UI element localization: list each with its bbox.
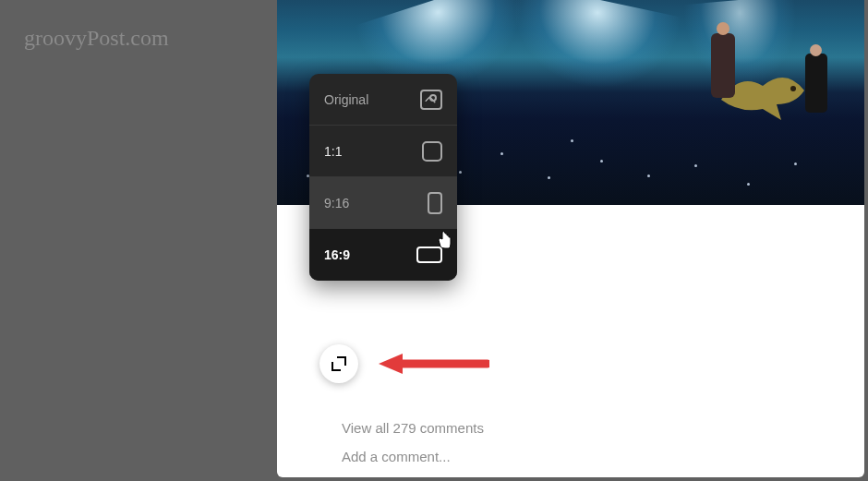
watermark-text: groovyPost.com [24, 26, 169, 51]
performer [711, 33, 735, 98]
landscape-rect-icon [416, 247, 442, 263]
view-all-comments-link[interactable]: View all 279 comments [342, 420, 484, 436]
portrait-rect-icon [428, 192, 442, 214]
svg-point-0 [790, 86, 796, 91]
crop-button[interactable] [319, 344, 358, 383]
add-comment-input[interactable]: Add a comment... [342, 449, 451, 464]
ratio-label: 1:1 [324, 144, 342, 159]
ratio-option-1-1[interactable]: 1:1 [309, 126, 457, 177]
ratio-option-original[interactable]: Original [309, 74, 457, 126]
ratio-option-9-16[interactable]: 9:16 [309, 177, 457, 229]
ratio-label: 16:9 [324, 247, 350, 262]
expand-corners-icon [332, 356, 346, 371]
ratio-label: 9:16 [324, 196, 349, 210]
image-icon [420, 90, 442, 110]
ratio-label: Original [324, 92, 368, 107]
aspect-ratio-menu: Original 1:1 9:16 16:9 [309, 74, 457, 281]
ratio-option-16-9[interactable]: 16:9 [309, 229, 457, 281]
square-icon [422, 141, 442, 162]
